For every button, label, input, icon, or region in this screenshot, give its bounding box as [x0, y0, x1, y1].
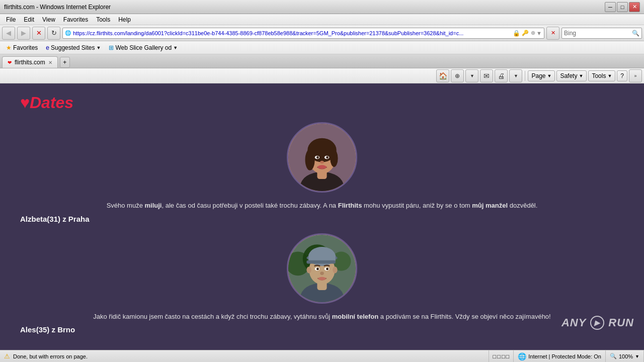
- zoom-icon: 🔍: [610, 353, 617, 359]
- ssl-button[interactable]: 🔑: [522, 30, 529, 36]
- web-content: ♥Dates: [0, 83, 644, 350]
- address-url: https://cz.flirthits.com/landing/da6001?…: [73, 30, 511, 36]
- status-bar: ⚠ Done, but with errors on page. □ □ □ □…: [0, 350, 644, 362]
- privacy-icon4: □: [506, 353, 510, 359]
- svg-point-29: [326, 267, 329, 270]
- feeds-dropdown[interactable]: ▼: [465, 69, 478, 82]
- refresh-button[interactable]: ↻: [47, 27, 60, 40]
- site-logo: ♥Dates: [20, 94, 624, 112]
- tab-close-button[interactable]: ✕: [48, 60, 52, 65]
- favorites-button[interactable]: ★ Favorites: [4, 43, 40, 52]
- profile-quote-ales: Jako řidič kamionu jsem často na cestách…: [93, 312, 550, 322]
- menu-favorites[interactable]: Favorites: [59, 15, 92, 24]
- profile-section-ales: Jako řidič kamionu jsem často na cestách…: [20, 233, 624, 334]
- feeds-button[interactable]: ⊕: [451, 69, 464, 82]
- minimize-button[interactable]: ─: [605, 2, 616, 12]
- help-button[interactable]: ?: [617, 70, 627, 81]
- page-label: Page: [531, 72, 545, 79]
- tools-label: Tools: [592, 72, 606, 79]
- avatar-svg-man: [288, 233, 356, 304]
- svg-point-25: [333, 266, 338, 273]
- svg-point-11: [320, 161, 324, 164]
- svg-point-12: [317, 165, 326, 169]
- svg-point-6: [330, 150, 338, 167]
- svg-point-31: [318, 277, 326, 280]
- star-icon: ★: [6, 44, 12, 51]
- svg-point-10: [326, 156, 329, 159]
- stop-button[interactable]: ✕: [32, 27, 45, 40]
- maximize-button[interactable]: □: [617, 2, 628, 12]
- svg-point-24: [306, 266, 311, 273]
- avatar-svg-woman: [288, 122, 356, 193]
- globe-icon: 🌐: [518, 352, 526, 360]
- separator: [525, 71, 525, 81]
- menu-bar: File Edit View Favorites Tools Help: [0, 14, 644, 25]
- address-input-wrap[interactable]: 🌐 https://cz.flirthits.com/landing/da600…: [62, 28, 544, 39]
- tab-icon: ❤: [8, 60, 12, 65]
- tab-flirthits[interactable]: ❤ flirthits.com ✕: [2, 56, 58, 68]
- svg-point-9: [316, 156, 319, 159]
- web-slice-button[interactable]: ⊞ Web Slice Gallery od ▼: [107, 43, 180, 52]
- menu-view[interactable]: View: [38, 15, 59, 24]
- warning-icon: ⚠: [4, 352, 10, 360]
- zoom-segment[interactable]: 🔍 100% ▼: [606, 350, 644, 363]
- lock-icon: 🔒: [513, 30, 520, 37]
- profile-avatar-alzbeta: [287, 122, 357, 193]
- close-button[interactable]: ✕: [629, 2, 640, 12]
- status-left: ⚠ Done, but with errors on page.: [0, 352, 489, 360]
- safety-dropdown-icon: ▼: [579, 73, 583, 78]
- profile-name-alzbeta: Alzbeta(31) z Praha: [20, 215, 90, 223]
- privacy-icon2: □: [497, 353, 501, 359]
- new-tab-button[interactable]: +: [60, 57, 70, 68]
- ie-icon: e: [46, 44, 49, 51]
- stop-x-button[interactable]: ✕: [546, 27, 559, 40]
- favorites-bar: ★ Favorites e Suggested Sites ▼ ⊞ Web Sl…: [0, 41, 644, 54]
- anyrun-watermark: ANY ▶ RUN: [561, 316, 634, 330]
- suggested-sites-label: Suggested Sites: [51, 44, 95, 51]
- home-button[interactable]: 🏠: [436, 69, 449, 82]
- menu-edit[interactable]: Edit: [20, 15, 38, 24]
- anyrun-text: ANY: [561, 316, 586, 329]
- search-wrap[interactable]: Bing 🔍: [561, 28, 642, 39]
- anyrun-text2: RUN: [608, 316, 634, 329]
- zoom-level: 100%: [619, 353, 633, 359]
- search-submit-button[interactable]: 🔍: [632, 30, 639, 37]
- print-button[interactable]: 🖨: [495, 69, 508, 82]
- suggested-sites-button[interactable]: e Suggested Sites ▼: [44, 43, 103, 52]
- address-dropdown[interactable]: ▼: [536, 30, 542, 36]
- svg-point-28: [316, 267, 319, 270]
- menu-help[interactable]: Help: [114, 15, 135, 24]
- search-engine-label: Bing: [564, 30, 632, 37]
- forward-button[interactable]: ▶: [17, 27, 30, 40]
- status-message: Done, but with errors on page.: [13, 353, 88, 359]
- command-bar: 🏠 ⊕ ▼ ✉ 🖨 ▼ Page ▼ Safety ▼ Tools ▼ ? »: [0, 68, 644, 83]
- profile-avatar-ales: [287, 233, 357, 304]
- svg-rect-23: [306, 260, 335, 263]
- expand-button[interactable]: »: [629, 69, 642, 82]
- back-button[interactable]: ◀: [2, 27, 15, 40]
- profile-name-ales: Ales(35) z Brno: [20, 325, 75, 334]
- menu-file[interactable]: File: [2, 15, 20, 24]
- zone-label: Internet | Protected Mode: On: [528, 353, 601, 359]
- tools-dropdown-icon: ▼: [607, 73, 612, 78]
- svg-point-5: [305, 149, 315, 170]
- favorites-label: Favorites: [13, 44, 38, 51]
- web-slice-dropdown-icon: ▼: [173, 45, 178, 50]
- web-slice-icon: ⊞: [109, 44, 114, 51]
- print-dropdown[interactable]: ▼: [509, 69, 522, 82]
- privacy-report-segment[interactable]: □ □ □ □: [489, 350, 514, 363]
- rss-button[interactable]: ⊕: [531, 30, 535, 36]
- title-bar: flirthits.com - Windows Internet Explore…: [0, 0, 644, 14]
- safety-button[interactable]: Safety ▼: [556, 70, 587, 81]
- web-slice-label: Web Slice Gallery od: [115, 44, 172, 51]
- zone-segment: 🌐 Internet | Protected Mode: On: [514, 350, 606, 363]
- tab-bar: ❤ flirthits.com ✕ +: [0, 54, 644, 68]
- tools-button[interactable]: Tools ▼: [588, 70, 615, 81]
- privacy-icon: □: [493, 353, 497, 359]
- menu-tools[interactable]: Tools: [92, 15, 114, 24]
- read-mail-button[interactable]: ✉: [480, 69, 493, 82]
- suggested-dropdown-icon: ▼: [96, 45, 101, 50]
- page-icon: 🌐: [65, 30, 71, 36]
- page-button[interactable]: Page ▼: [528, 70, 555, 81]
- svg-point-30: [320, 272, 324, 275]
